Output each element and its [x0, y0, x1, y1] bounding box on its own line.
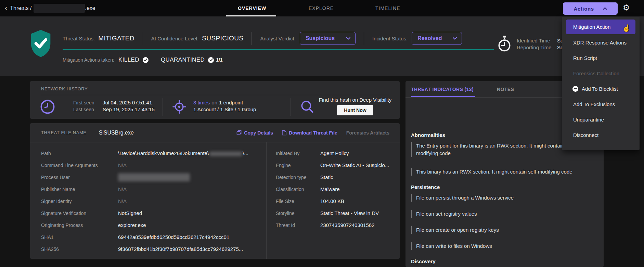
- command-line-value: N/A: [118, 162, 127, 168]
- detail-row-classification: Classification Malware: [276, 183, 400, 195]
- divider: [364, 32, 364, 45]
- engine-value: On-Write Static AI - Suspicio...: [320, 162, 389, 168]
- menu-item-mitigation-action[interactable]: Mitigation Action ☝: [566, 20, 635, 34]
- command-line-label: Command Line Arguments: [41, 163, 118, 168]
- path-label: Path: [41, 151, 118, 156]
- tab-timeline[interactable]: TIMELINE: [375, 0, 400, 16]
- breadcrumb[interactable]: ‹ Threats / .exe: [5, 0, 95, 16]
- sha256-label: SHA256: [41, 246, 118, 252]
- detail-row-detection-type: Detection type Static: [276, 171, 400, 183]
- status-underline: [63, 49, 494, 50]
- detail-row-publisher: Publisher Name N/A: [41, 183, 266, 195]
- active-tab-underline: [226, 15, 276, 16]
- menu-item-xdr-response-actions[interactable]: XDR Response Actions: [562, 35, 640, 50]
- tab-threat-indicators[interactable]: THREAT INDICATORS (13): [411, 81, 474, 98]
- blocklist-minus-circle-icon: [572, 86, 578, 92]
- download-threat-file-link[interactable]: Download Threat File: [282, 130, 337, 136]
- mitigation-actions-row: Mitigation Actions taken: KILLED QUARANT…: [63, 55, 223, 65]
- file-size-label: File Size: [276, 199, 320, 204]
- menu-item-forensics-collection: Forensics Collection: [562, 66, 640, 81]
- copy-details-label: Copy Details: [244, 130, 273, 136]
- indicator-item: File can write to files on Windows: [411, 242, 598, 250]
- detection-type-value: Static: [320, 174, 333, 180]
- sha256-value: 9f36872fbbd41b2f30f7b98707dfa85d3cc79246…: [118, 246, 243, 252]
- process-user-label: Process User: [41, 175, 118, 180]
- mouse-hand-cursor-icon: ☝: [622, 21, 631, 36]
- menu-item-add-to-exclusions[interactable]: Add To Exclusions: [562, 97, 640, 112]
- gear-icon[interactable]: ⚙: [623, 4, 630, 12]
- copy-details-link[interactable]: Copy Details: [236, 130, 273, 136]
- sha1-label: SHA1: [41, 234, 118, 240]
- ai-confidence-value: SUSPICIOUS: [202, 35, 243, 42]
- clock-icon: [40, 99, 55, 115]
- back-chevron-icon[interactable]: ‹: [5, 4, 7, 12]
- stopwatch-icon: [497, 36, 512, 52]
- menu-item-add-to-blocklist[interactable]: Add To Blocklist: [562, 81, 640, 97]
- analyst-verdict-value: Suspicious: [306, 35, 335, 41]
- actions-button-label: Actions: [574, 6, 594, 12]
- detection-type-label: Detection type: [276, 175, 320, 180]
- detail-row-path: Path \Device\HarddiskVolume26\Dokumente\…: [41, 147, 266, 159]
- threat-details-card: THREAT FILE NAME SiSUSBrg.exe Copy Detai…: [30, 123, 400, 259]
- menu-item-unquarantine[interactable]: Unquarantine: [562, 112, 640, 127]
- breadcrumb-threats[interactable]: Threats /: [10, 5, 31, 11]
- menu-item-label: Mitigation Action: [573, 24, 610, 30]
- signer-identity-value: N/A: [118, 198, 127, 204]
- quarantined-check-icon: [208, 57, 214, 63]
- indicator-item: This binary has an RWX section. It might…: [411, 168, 598, 176]
- redacted-threat-name: [34, 4, 85, 13]
- signature-verification-value: NotSigned: [118, 210, 142, 216]
- analyst-verdict-dropdown[interactable]: Suspicious: [300, 32, 356, 45]
- tab-overview[interactable]: OVERVIEW: [238, 0, 266, 16]
- killed-check-icon: [143, 57, 149, 63]
- active-indicator-tab-underline: [411, 96, 475, 97]
- hunt-now-button[interactable]: Hunt Now: [337, 105, 373, 115]
- threat-file-name-label: THREAT FILE NAME: [41, 130, 87, 135]
- threat-status-band: Threat Status: MITIGATED AI Confidence L…: [0, 16, 644, 76]
- copy-icon: [236, 130, 242, 135]
- detail-row-file-size: File Size 104.00 KB: [276, 195, 400, 207]
- chevron-down-icon: [453, 37, 457, 40]
- originating-process-value: explorer.exe: [118, 222, 146, 228]
- detail-row-sha256: SHA256 9f36872fbbd41b2f30f7b98707dfa85d3…: [41, 243, 266, 255]
- quarantined-value: QUARANTINED: [161, 56, 205, 63]
- detail-row-signer: Signer Identity N/A: [41, 195, 266, 207]
- divider: [252, 32, 252, 45]
- classification-label: Classification: [276, 187, 320, 192]
- endpoints-target-icon: [172, 100, 186, 114]
- divider: [163, 98, 163, 116]
- tab-notes[interactable]: NOTES: [497, 81, 514, 98]
- initiated-by-label: Initiated By: [276, 151, 320, 156]
- file-icon: [282, 130, 286, 136]
- divider: [143, 32, 143, 45]
- chevron-down-icon: [346, 37, 350, 40]
- threat-id-value: 2307435907240301562: [320, 222, 375, 228]
- threat-file-name-value: SiSUSBrg.exe: [99, 130, 134, 136]
- file-size-value: 104.00 KB: [320, 198, 344, 204]
- detail-row-originating-process: Originating Process explorer.exe: [41, 219, 266, 231]
- download-threat-file-label: Download Threat File: [289, 130, 337, 136]
- mitigated-shield-icon: [29, 28, 52, 59]
- menu-item-disconnect[interactable]: Disconnect: [562, 127, 640, 143]
- threat-status-value: MITIGATED: [98, 35, 134, 42]
- breadcrumb-extension: .exe: [85, 5, 95, 11]
- actions-dropdown-menu: Mitigation Action ☝ XDR Response Actions…: [562, 17, 640, 150]
- menu-item-run-script[interactable]: Run Script: [562, 50, 640, 66]
- tab-explore[interactable]: EXPLORE: [309, 0, 334, 16]
- incident-status-label: Incident Status:: [372, 36, 408, 41]
- reporting-time-label: Reporting Time: [517, 44, 555, 50]
- incident-status-dropdown[interactable]: Resolved: [412, 32, 462, 45]
- time-block: Identified Time Se Reporting Time Se: [497, 36, 563, 52]
- endpoint-count: 1 endpoint: [219, 100, 243, 105]
- seen-times-link[interactable]: 3 times: [193, 100, 210, 105]
- detail-row-engine: Engine On-Write Static AI - Suspicio...: [276, 159, 400, 171]
- analyst-verdict-label: Analyst Verdict:: [260, 36, 295, 41]
- detail-row-process-user: Process User: [41, 171, 266, 183]
- threat-status-label: Threat Status:: [63, 36, 95, 41]
- signature-verification-label: Signature Verification: [41, 211, 118, 216]
- chevron-up-icon: [603, 7, 607, 10]
- actions-button[interactable]: Actions: [563, 2, 618, 15]
- indicator-section-discovery: Discovery: [411, 258, 598, 264]
- redacted-process-user: [118, 173, 190, 181]
- sha1-value: 69442a8539efdbd6250d59bcd36217c4942ccc01: [118, 234, 229, 240]
